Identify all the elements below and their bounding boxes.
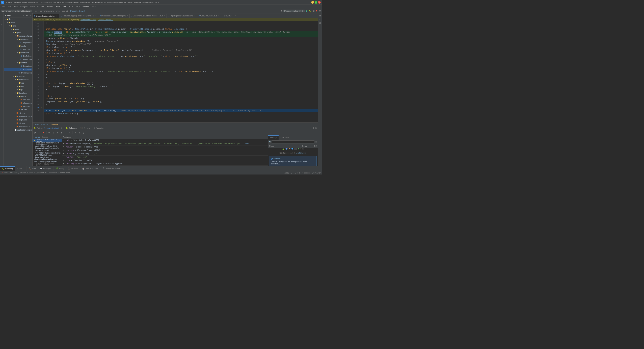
load-classes-link[interactable]: Load classes [296,152,306,154]
tree-componet[interactable]: ▼ 📁 componet [4,38,32,41]
bottom-tab-javaee[interactable]: ☕ Java Enterprise [80,166,100,171]
evaluate-btn[interactable]: ≡ [68,131,71,135]
right-icon-2[interactable]: ✓ [319,18,322,21]
tree-entities[interactable]: ▼ 📁 entities [4,61,32,65]
menu-build[interactable]: Build [55,5,62,8]
var-view[interactable]: ▶ view = {ThymeleafView@7145} [62,159,268,162]
stop-btn[interactable]: ■ [42,131,45,135]
code-content[interactable]: } protected void render ( Model [44,21,318,123]
tree-package-demo[interactable]: ▼ 📦 com.refactor.demo [4,34,32,38]
var-viewname[interactable]: viewName = "success" [62,156,268,159]
tab-console[interactable]: ⬛ Console [79,126,92,130]
maximize-button[interactable]: □ [314,1,317,4]
restore-breakpoints-btn[interactable]: ↺ [74,131,77,135]
pause-btn[interactable]: ⏸ [38,131,41,135]
tree-config[interactable]: ▼ 📁 config [4,44,32,48]
tree-department[interactable]: ▶ C Department [4,65,32,68]
breadcrumb-render[interactable]: render() [51,123,58,125]
var-mv[interactable]: ▶ mv = {ModelAndView@7079} "ModelAndView… [62,142,268,145]
tree-login-html[interactable]: ▶ H login.html [4,118,32,122]
tab-close-webdatabinder[interactable]: ✕ [218,15,219,17]
tree-css[interactable]: ▶ 📁 css [4,81,32,85]
tree-logincontroller[interactable]: ▶ C LoginController [4,58,32,61]
frame-more-icon[interactable]: ... [60,160,61,162]
menu-tools[interactable]: Tools [68,5,75,8]
tree-employee[interactable]: ▶ C Employee [4,68,32,71]
var-logger[interactable]: ▶ this.logger = {LogAdapter$Slf4jLocatio… [62,162,268,166]
frame-6[interactable]: doPost:909, FrameworkServlet {org.spring… [32,159,62,162]
var-this[interactable]: ▶ this = {DispatcherServlet@6072} [62,139,268,142]
frame-7[interactable]: service:660, HttpServlet {javax.servlet.… [32,162,62,166]
status-encoding[interactable]: UTF-8 [295,172,300,174]
close-button[interactable]: ✕ [318,1,321,4]
tab-invocablehandler[interactable]: J InvocableHandlerMethod.java ✕ [98,14,130,18]
memory-settings-icon[interactable]: ⚙ [315,141,317,143]
bottom-tab-todo[interactable]: ✓ TODO [15,166,27,171]
menu-run[interactable]: Run [62,5,68,8]
download-sources-link[interactable]: Download Sources [80,19,96,21]
tab-close-modelattr[interactable]: ✕ [164,15,165,17]
tree-static[interactable]: ▼ 📁 static.assets [4,78,32,81]
tree-add-html[interactable]: ▶ H add.html [4,98,32,101]
bottom-tab-spring[interactable]: 🌿 Spring [54,166,66,171]
status-indent[interactable]: 4 spaces [302,172,310,174]
sidebar-expand-icon[interactable]: ⊞ [22,14,25,17]
right-icon-3[interactable]: ⊞ [319,22,322,25]
run-button[interactable]: ▶ [306,10,308,12]
bookmark-tool-icon[interactable]: ☆ [1,30,3,32]
tab-close-httprequest[interactable]: ✕ [194,15,195,17]
tree-project[interactable]: ▼ 📁 Project [4,18,32,21]
tree-controller[interactable]: ▼ 📁 controller [4,51,32,54]
tree-logininterceptor[interactable]: ▶ C LoginInterceptor [4,41,32,44]
frame-5[interactable]: processRequest:1006, FrameworkServlet {o… [32,156,62,159]
bottom-tab-messages[interactable]: 💬 Messages [38,166,54,171]
menu-vcs[interactable]: VCS [75,5,81,8]
tab-close-dispatcherservlet[interactable]: ✕ [56,15,57,17]
step-over-btn[interactable]: ↷ [48,131,51,135]
status-line-ending[interactable]: LF [291,172,293,174]
tree-js[interactable]: ▶ 📁 js [4,88,32,91]
tab-debugger[interactable]: 🐛 Debugger [64,126,79,130]
frames-tab[interactable]: Frames [34,136,40,138]
sidebar-settings-icon[interactable]: ⚙ [26,14,28,17]
debug-button[interactable]: 🐛 [309,10,312,12]
menu-view[interactable]: View [12,5,19,8]
tab-requestmappinghandler[interactable]: C RequestMappingHandlerAdapter.class ✕ [59,14,98,18]
memory-tab-memory[interactable]: Memory [268,135,278,140]
menu-file[interactable]: File [1,5,6,8]
tab-close-requestmapping[interactable]: ✕ [95,15,96,17]
right-icon-1[interactable]: 🗄 [319,14,322,17]
frame-1[interactable]: render:1373, DispatcherServlet {org.spri… [32,142,62,145]
settings-button[interactable]: ⚙ [319,10,321,12]
frame-3[interactable]: doDispatch:1057, DispatcherServlet {org.… [32,149,62,152]
step-out-btn[interactable]: ↑ [60,131,63,135]
project-selector[interactable]: spring-webmvc-5.2.3.RELEASE.jar [1,10,32,12]
tree-crud[interactable]: ▼ 📁 crud [4,21,32,24]
menu-navigate[interactable]: Navigate [19,5,29,8]
step-into-btn[interactable]: ↓ [52,131,55,135]
run-to-cursor-btn[interactable]: → [64,131,67,135]
more-options-btn[interactable]: ⋮ [82,131,85,135]
tree-myconfig[interactable]: ▶ C MyConfig [4,48,32,51]
tab-endpoints[interactable]: ⊞ Endpoints [92,126,106,130]
frame-current[interactable]: ➤ *"http-nio-80-exec-7"@5,307 in group..… [32,139,62,142]
tree-java[interactable]: ▼ 📁 java [4,31,32,34]
menu-refactor[interactable]: Refactor [45,5,55,8]
breadcrumb-dispatcherservlet[interactable]: DispatcherServlet [34,123,48,125]
tree-emps[interactable]: ▼ 📁 emps [4,95,32,98]
minimize-button[interactable]: – [311,1,314,4]
frame-dropdown-icon[interactable]: ▼ [59,140,61,141]
structure-tool-icon[interactable]: 2 [1,24,3,25]
tree-fordebug[interactable]: ▶ C ForDebug [4,54,32,58]
tree-resources[interactable]: ▼ 📁 resources [4,75,32,78]
tab-modelattribute[interactable]: J ModelAttributeMethodProcessor.java ✕ [130,14,167,18]
tree-templates[interactable]: ▼ 📁 templates [4,91,32,95]
tree-change-html[interactable]: ▶ H change.html [4,101,32,105]
debug-expand-icon[interactable]: ⊡ [315,127,317,129]
tree-main[interactable]: ▼ 📁 main [4,28,32,31]
memory-search-input[interactable] [272,140,314,143]
debug-settings-icon[interactable]: ⚙ [313,127,314,129]
stop-button[interactable]: ■ [316,10,317,12]
tab-close-servletmo[interactable]: ✕ [234,15,236,17]
bottom-tab-debug[interactable]: 🐛 S: Debug [0,166,15,171]
